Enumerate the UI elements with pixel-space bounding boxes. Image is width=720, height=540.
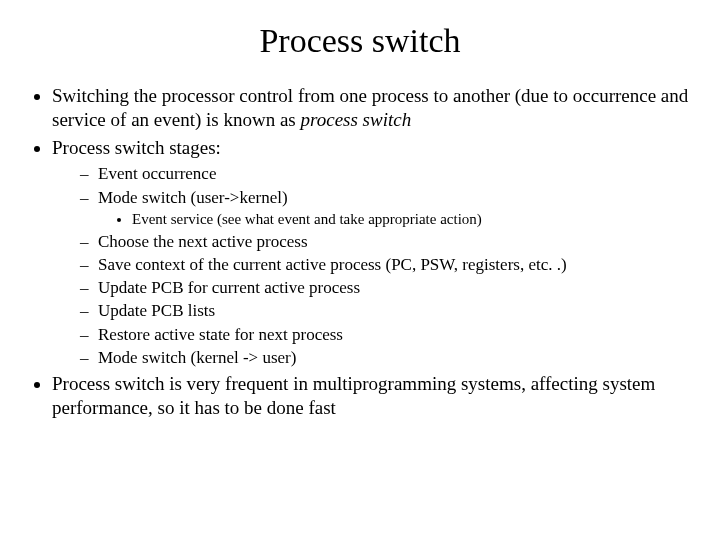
- sub-bullet-item: Choose the next active process: [80, 231, 692, 252]
- slide-title: Process switch: [28, 22, 692, 60]
- sub-bullet-text: Restore active state for next process: [98, 325, 343, 344]
- bullet-text: Process switch stages:: [52, 137, 221, 158]
- sub-bullet-item: Event occurrence: [80, 163, 692, 184]
- sub-bullet-item: Mode switch (kernel -> user): [80, 347, 692, 368]
- bullet-item: Switching the processor control from one…: [52, 84, 692, 132]
- sub-bullet-text: Save context of the current active proce…: [98, 255, 567, 274]
- sub-bullet-text: Update PCB for current active process: [98, 278, 360, 297]
- sub-bullet-item: Save context of the current active proce…: [80, 254, 692, 275]
- sub-bullet-item: Restore active state for next process: [80, 324, 692, 345]
- sub-bullet-item: Mode switch (user->kernel) Event service…: [80, 187, 692, 229]
- term-emphasis: process switch: [301, 109, 412, 130]
- sub-bullet-list: Event occurrence Mode switch (user->kern…: [52, 163, 692, 368]
- sub-bullet-text: Update PCB lists: [98, 301, 215, 320]
- bullet-list: Switching the processor control from one…: [28, 84, 692, 420]
- sub-bullet-item: Update PCB lists: [80, 300, 692, 321]
- sub-sub-bullet-item: Event service (see what event and take a…: [132, 210, 692, 229]
- bullet-text: Process switch is very frequent in multi…: [52, 373, 655, 418]
- sub-sub-bullet-text: Event service (see what event and take a…: [132, 211, 482, 227]
- sub-bullet-text: Event occurrence: [98, 164, 216, 183]
- sub-bullet-item: Update PCB for current active process: [80, 277, 692, 298]
- sub-bullet-text: Mode switch (user->kernel): [98, 188, 288, 207]
- sub-bullet-text: Choose the next active process: [98, 232, 308, 251]
- bullet-item: Process switch is very frequent in multi…: [52, 372, 692, 420]
- sub-sub-bullet-list: Event service (see what event and take a…: [98, 210, 692, 229]
- bullet-item: Process switch stages: Event occurrence …: [52, 136, 692, 369]
- slide: Process switch Switching the processor c…: [0, 0, 720, 540]
- sub-bullet-text: Mode switch (kernel -> user): [98, 348, 296, 367]
